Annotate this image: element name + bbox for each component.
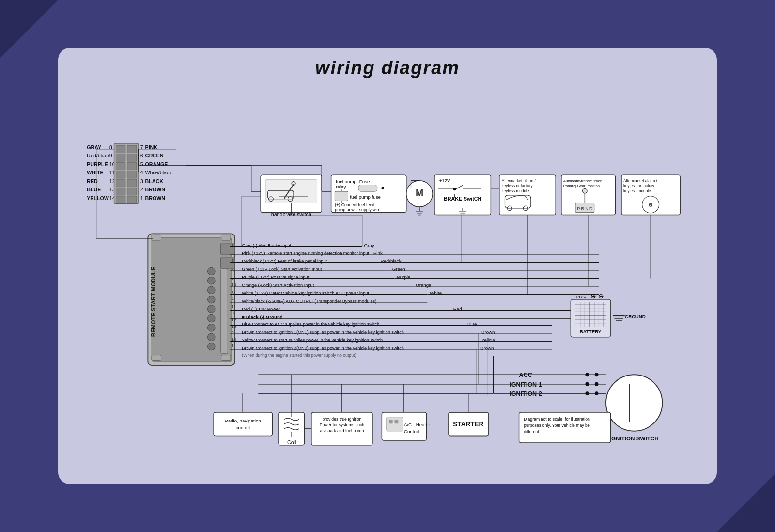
- svg-rect-55: [335, 191, 348, 201]
- svg-text:Red/black  (+12V) Feet of brak: Red/black (+12V) Feet of brake pedal inp…: [242, 259, 327, 264]
- svg-text:keyless or factory: keyless or factory: [623, 184, 655, 188]
- svg-rect-25: [116, 188, 125, 195]
- svg-text:⚙: ⚙: [648, 202, 653, 208]
- svg-text:1: 1: [232, 344, 234, 348]
- svg-text:Orange: Orange: [416, 282, 431, 288]
- svg-text:Pink: Pink: [373, 250, 383, 256]
- svg-rect-107: [152, 355, 161, 361]
- svg-text:ORANGE: ORANGE: [145, 161, 168, 167]
- svg-point-65: [381, 187, 384, 189]
- svg-text:Purple: Purple: [397, 274, 410, 280]
- svg-rect-24: [127, 179, 137, 187]
- svg-text:P R N D: P R N D: [577, 206, 592, 211]
- svg-text:Pink (+12V) Remote start engin: Pink (+12V) Remote start engine running …: [242, 251, 369, 256]
- svg-point-116: [208, 305, 216, 313]
- svg-text:Yellow: Yellow: [481, 337, 496, 343]
- svg-point-239: [585, 391, 589, 395]
- svg-text:GROUND: GROUND: [625, 314, 646, 319]
- svg-text:Fuse: Fuse: [359, 179, 370, 184]
- svg-text:REMOTE START MODULE: REMOTE START MODULE: [150, 267, 156, 337]
- svg-text:3: 3: [232, 311, 234, 315]
- svg-text:relay: relay: [336, 184, 346, 189]
- svg-text:Diagram not to scale, for illu: Diagram not to scale, for illustration: [524, 417, 590, 422]
- svg-text:2: 2: [232, 330, 234, 335]
- svg-text:Red: Red: [453, 306, 462, 312]
- svg-rect-264: [387, 417, 403, 431]
- svg-text:Brown  Connect to ignition 2(O: Brown Connect to ignition 2(ON2) supplie…: [242, 346, 404, 351]
- svg-text:BLUE: BLUE: [87, 187, 101, 192]
- svg-text:PURPLE: PURPLE: [87, 161, 108, 167]
- svg-text:Orange (-Lock)  Start Activati: Orange (-Lock) Start Activation Input: [242, 283, 314, 288]
- svg-rect-266: [395, 420, 399, 423]
- svg-text:Brown  Connect to ignition 1(O: Brown Connect to ignition 1(ON1) supplie…: [242, 330, 404, 335]
- diagram-card: wiring diagram GRAY 8 Red/black 9 PURPLE…: [58, 48, 717, 484]
- svg-text:9: 9: [109, 153, 112, 158]
- svg-text:White/black  (-250mA) AUX OUTP: White/black (-250mA) AUX OUTPUT(Transpon…: [242, 299, 376, 304]
- svg-text:keyless or factory: keyless or factory: [502, 184, 533, 188]
- svg-point-238: [595, 382, 599, 386]
- svg-rect-18: [127, 154, 137, 161]
- svg-text:6: 6: [140, 153, 143, 158]
- svg-text:Power for systems such: Power for systems such: [320, 422, 365, 427]
- svg-text:8: 8: [232, 243, 234, 248]
- svg-text:Brown: Brown: [481, 329, 495, 335]
- svg-text:keyless module: keyless module: [623, 189, 651, 193]
- svg-rect-59: [358, 185, 377, 191]
- svg-text:Control: Control: [404, 429, 419, 434]
- svg-text:4: 4: [140, 170, 143, 175]
- svg-text:A/C - Heater: A/C - Heater: [404, 422, 431, 427]
- svg-rect-22: [127, 171, 137, 178]
- svg-rect-23: [116, 179, 125, 187]
- svg-rect-265: [389, 420, 393, 423]
- svg-text:Green (+12V Lock) Start Activa: Green (+12V Lock) Start Activation Input: [242, 267, 322, 272]
- svg-rect-17: [116, 154, 125, 161]
- svg-point-119: [208, 333, 216, 341]
- svg-text:IGNITION 2: IGNITION 2: [510, 391, 542, 397]
- svg-text:Blue: Blue: [467, 321, 477, 327]
- svg-text:Red (+) 12V Power: Red (+) 12V Power: [242, 307, 280, 312]
- svg-text:BROWN: BROWN: [145, 195, 165, 201]
- svg-text:(+) Connect fuel feed: (+) Connect fuel feed: [335, 203, 374, 207]
- svg-text:different: different: [524, 429, 539, 434]
- page-title: wiring diagram: [73, 58, 702, 78]
- svg-text:⊕: ⊕: [590, 293, 596, 300]
- svg-text:BRAKE SwitCH: BRAKE SwitCH: [444, 196, 481, 202]
- svg-text:control: control: [236, 425, 250, 430]
- svg-text:+12V: +12V: [439, 178, 450, 183]
- svg-text:13: 13: [232, 324, 236, 329]
- svg-rect-27: [116, 196, 125, 204]
- svg-text:Yellow  Connect to start suppl: Yellow Connect to start supplies power i…: [242, 338, 383, 343]
- svg-text:Gray: Gray: [364, 243, 374, 248]
- svg-point-226: [606, 375, 662, 431]
- svg-text:Gray  (-) Handbrake input: Gray (-) Handbrake input: [242, 243, 291, 248]
- svg-rect-20: [127, 162, 137, 170]
- svg-text:Blue  Connect to ACC supplies : Blue Connect to ACC supplies power in th…: [242, 322, 379, 327]
- svg-text:Green: Green: [392, 266, 405, 272]
- svg-text:5: 5: [140, 161, 143, 167]
- svg-text:(When during the engine starte: (When during the engine started this pow…: [242, 353, 356, 358]
- svg-text:IGNITION 1: IGNITION 1: [510, 381, 542, 388]
- svg-point-114: [208, 286, 216, 294]
- svg-text:White  (+12V) Detect vehicle k: White (+12V) Detect vehicle key ignition…: [242, 291, 369, 296]
- svg-text:Red/black: Red/black: [87, 153, 110, 158]
- svg-point-112: [208, 267, 216, 275]
- svg-text:4: 4: [232, 297, 234, 301]
- svg-point-235: [585, 373, 589, 376]
- svg-text:Automatic-transmission: Automatic-transmission: [563, 179, 603, 183]
- svg-text:BROWN: BROWN: [145, 187, 165, 192]
- svg-text:White: White: [430, 290, 442, 296]
- svg-point-118: [208, 324, 216, 332]
- svg-text:11: 11: [232, 304, 236, 309]
- svg-point-120: [208, 343, 216, 350]
- svg-text:M: M: [416, 188, 423, 198]
- svg-rect-19: [116, 162, 125, 170]
- svg-text:purposes only. Your vehicle ma: purposes only. Your vehicle may be: [524, 423, 590, 428]
- svg-rect-104: [152, 237, 232, 362]
- svg-point-113: [208, 277, 216, 285]
- svg-text:fuel pump: fuel pump: [336, 179, 356, 184]
- svg-text:YELLOW: YELLOW: [87, 195, 109, 201]
- svg-point-115: [208, 296, 216, 303]
- svg-rect-15: [116, 145, 125, 153]
- svg-text:9: 9: [232, 268, 234, 273]
- svg-text:Radio, navigation: Radio, navigation: [225, 418, 261, 423]
